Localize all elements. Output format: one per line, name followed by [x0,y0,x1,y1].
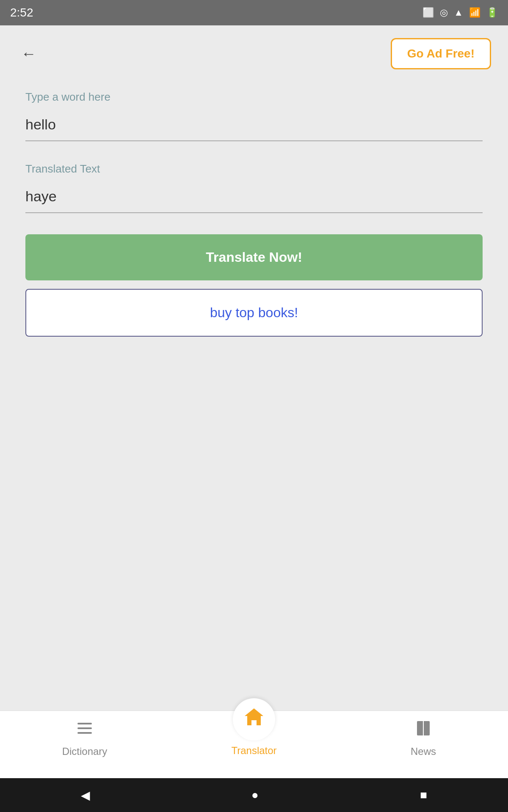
svg-rect-1 [77,727,92,729]
status-icons: ⬜ ◎ ▲ 📶 🔋 [422,7,498,18]
nav-label-translator: Translator [231,745,276,757]
translated-label: Translated Text [25,162,483,176]
home-icon [243,706,265,733]
signal-icon: 📶 [469,7,480,18]
main-content: ← Go Ad Free! Type a word here Translate… [0,25,508,710]
svg-marker-3 [245,708,263,725]
translate-now-button[interactable]: Translate Now! [25,234,483,280]
buy-books-button[interactable]: buy top books! [25,289,483,337]
header: ← Go Ad Free! [0,25,508,82]
system-recent-button[interactable]: ■ [420,788,427,802]
form-area: Type a word here Translated Text haye Tr… [0,82,508,710]
word-input[interactable] [25,112,483,141]
battery-icon: 🔋 [486,7,498,18]
nav-item-dictionary[interactable]: Dictionary [0,715,169,762]
translated-section: Translated Text haye [25,162,483,213]
nav-label-news: News [411,746,436,757]
translated-text-value: haye [25,184,483,213]
list-icon [76,719,94,741]
status-time: 2:52 [10,6,33,19]
svg-rect-2 [77,732,92,734]
nav-label-dictionary: Dictionary [62,746,108,757]
wifi-icon: ▲ [454,7,463,18]
system-home-button[interactable]: ● [251,788,259,802]
status-bar: 2:52 ⬜ ◎ ▲ 📶 🔋 [0,0,508,25]
bottom-nav: Dictionary Translator News [0,710,508,778]
nav-item-translator[interactable]: Translator [169,694,339,761]
sim-card-icon: ⬜ [422,7,434,18]
book-icon [414,719,432,741]
nav-item-news[interactable]: News [339,715,508,762]
input-label: Type a word here [25,91,483,104]
circle-status-icon: ◎ [440,7,448,18]
back-arrow-icon: ← [21,45,36,62]
back-button[interactable]: ← [17,41,41,67]
system-back-button[interactable]: ◀ [81,788,90,802]
svg-rect-0 [77,723,92,724]
translator-home-circle [233,698,275,741]
system-nav: ◀ ● ■ [0,778,508,812]
buttons-area: Translate Now! buy top books! [25,234,483,337]
go-ad-free-button[interactable]: Go Ad Free! [391,38,491,69]
